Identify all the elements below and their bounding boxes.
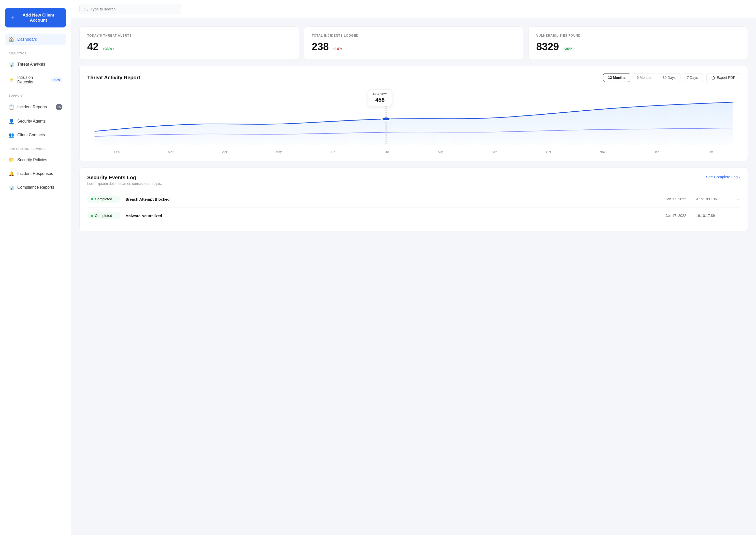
- stat-value: 42: [87, 41, 99, 52]
- x-label-aug: Aug: [414, 150, 468, 154]
- sidebar-item-incident-responses[interactable]: 🔔 Incident Responses: [5, 168, 66, 180]
- stat-label: TOTAL INCIDENTS LOGGED: [312, 34, 516, 37]
- sidebar-item-intrusion-detection[interactable]: ⚡ Intrusion Detection NEW: [5, 72, 66, 88]
- log-ip-1: 4.151.89.136: [696, 197, 729, 201]
- x-label-mar: Mar: [144, 150, 198, 154]
- chart-container: June 2021 458: [87, 87, 740, 148]
- log-more-button-1[interactable]: ···: [734, 196, 740, 202]
- main-content: TODAY'S THREAT ALERTS 42 +36% ↑ TOTAL IN…: [71, 0, 756, 535]
- sidebar-item-compliance-reports[interactable]: 📊 Compliance Reports: [5, 182, 66, 193]
- see-complete-log-link[interactable]: See Complete Log ›: [706, 175, 740, 179]
- chart-tooltip: June 2021 458: [368, 90, 392, 106]
- x-label-sep: Sep: [468, 150, 521, 154]
- stat-change: +36% ↑: [563, 47, 575, 51]
- log-row-2: Completed Malware Neutralized Jan 17, 20…: [87, 207, 740, 224]
- folder-icon: 📁: [9, 157, 14, 163]
- sidebar-item-label: Intrusion Detection: [17, 75, 46, 84]
- tooltip-date: June 2021: [372, 92, 388, 96]
- sidebar-item-label: Incident Responses: [17, 171, 53, 176]
- sidebar-item-dashboard[interactable]: 🏠 Dashboard: [5, 34, 66, 45]
- sidebar-item-security-agents[interactable]: 👤 Security Agents: [5, 115, 66, 127]
- sidebar-item-label: Security Policies: [17, 158, 47, 162]
- status-label: Completed: [95, 213, 112, 218]
- chart-x-labels: Feb Mar Apr May Jun Jul Aug Sep Oct Nov …: [87, 150, 740, 154]
- stat-card-threat-alerts: TODAY'S THREAT ALERTS 42 +36% ↑: [79, 26, 299, 60]
- content-area: TODAY'S THREAT ALERTS 42 +36% ↑ TOTAL IN…: [71, 18, 756, 535]
- sidebar-item-threat-analysis[interactable]: 📊 Threat Analysis: [5, 59, 66, 70]
- x-label-nov: Nov: [576, 150, 629, 154]
- report-icon: 📋: [9, 104, 14, 110]
- status-label: Completed: [95, 197, 112, 201]
- sidebar-item-incident-reports[interactable]: 📋 Incident Reports 15: [5, 101, 66, 113]
- chart-svg: [87, 87, 740, 148]
- log-title: Security Events Log: [87, 175, 162, 181]
- x-label-jan: Jan: [683, 150, 738, 154]
- sidebar-item-label: Security Agents: [17, 119, 45, 124]
- log-more-button-2[interactable]: ···: [734, 213, 740, 219]
- document-icon: [711, 76, 715, 80]
- x-label-jun: Jun: [306, 150, 360, 154]
- incident-count-badge: 15: [56, 104, 62, 110]
- sidebar-item-label: Compliance Reports: [17, 185, 54, 190]
- person-icon: 👤: [9, 119, 14, 124]
- support-section-label: Support: [5, 90, 66, 99]
- search-bar: [79, 4, 181, 14]
- status-dot-icon: [91, 198, 93, 200]
- people-icon: 👥: [9, 132, 14, 138]
- chart-title: Threat Activity Report: [87, 75, 140, 81]
- add-client-label: Add New Client Account: [17, 13, 60, 23]
- sidebar-item-client-contacts[interactable]: 👥 Client Contacts: [5, 129, 66, 141]
- x-label-dec: Dec: [629, 150, 683, 154]
- status-badge-1: Completed: [87, 196, 120, 203]
- filter-7days[interactable]: 7 Days: [682, 73, 703, 82]
- export-label: Export PDF: [717, 75, 735, 80]
- chart-icon: 📊: [9, 62, 14, 67]
- bell-icon: 🔔: [9, 171, 14, 177]
- analytics-section-label: Analytics: [5, 47, 66, 56]
- log-date-2: Jan 17, 2022: [665, 213, 691, 218]
- stat-label: TODAY'S THREAT ALERTS: [87, 34, 291, 37]
- home-icon: 🏠: [9, 37, 14, 42]
- x-label-oct: Oct: [521, 150, 575, 154]
- sidebar-item-label: Client Contacts: [17, 133, 45, 137]
- export-pdf-button[interactable]: Export PDF: [706, 73, 740, 82]
- stat-cards-row: TODAY'S THREAT ALERTS 42 +36% ↑ TOTAL IN…: [79, 26, 748, 60]
- filter-12months[interactable]: 12 Months: [603, 73, 630, 82]
- chart-card: Threat Activity Report 12 Months 6 Month…: [79, 66, 748, 161]
- search-icon: [84, 7, 88, 11]
- chevron-right-icon: ›: [739, 175, 740, 179]
- lightning-icon: ⚡: [9, 77, 14, 83]
- x-label-apr: Apr: [198, 150, 251, 154]
- sidebar-item-security-policies[interactable]: 📁 Security Policies: [5, 154, 66, 166]
- x-label-jul: Jul: [360, 150, 414, 154]
- stat-change: +36% ↑: [103, 47, 115, 51]
- filter-6months[interactable]: 6 Months: [632, 73, 656, 82]
- sidebar-item-label: Dashboard: [17, 37, 37, 42]
- stat-label: VULNERABILITIES FOUND: [536, 34, 740, 37]
- protection-section-label: Protection Services: [5, 143, 66, 152]
- log-ip-2: 19.10.17.89: [696, 213, 729, 218]
- chart-filters: 12 Months 6 Months 30 Days 7 Days: [603, 73, 703, 82]
- x-label-feb: Feb: [90, 150, 144, 154]
- search-input[interactable]: [91, 7, 176, 11]
- stat-change: +14% ↓: [333, 47, 345, 51]
- new-badge: NEW: [51, 77, 62, 82]
- filter-30days[interactable]: 30 Days: [658, 73, 681, 82]
- plus-icon: +: [11, 14, 15, 21]
- add-client-button[interactable]: + Add New Client Account: [5, 8, 66, 27]
- sidebar: + Add New Client Account 🏠 Dashboard Ana…: [0, 0, 71, 535]
- stat-value: 238: [312, 41, 329, 52]
- see-complete-label: See Complete Log: [706, 175, 738, 179]
- status-badge-2: Completed: [87, 212, 120, 219]
- sidebar-item-label: Incident Reports: [17, 105, 47, 109]
- log-row-1: Completed Breach Attempt Blocked Jan 17,…: [87, 191, 740, 207]
- status-dot-icon: [91, 214, 93, 217]
- stat-value: 8329: [536, 41, 559, 52]
- sidebar-item-label: Threat Analysis: [17, 62, 45, 67]
- x-label-may: May: [252, 150, 306, 154]
- stat-card-vulnerabilities: VULNERABILITIES FOUND 8329 +36% ↑: [528, 26, 748, 60]
- log-event-name-2: Malware Neutralized: [126, 213, 660, 218]
- events-log-card: Security Events Log Lorem ipsum dolor si…: [79, 167, 748, 231]
- svg-point-3: [382, 117, 391, 121]
- tooltip-value: 458: [372, 97, 388, 103]
